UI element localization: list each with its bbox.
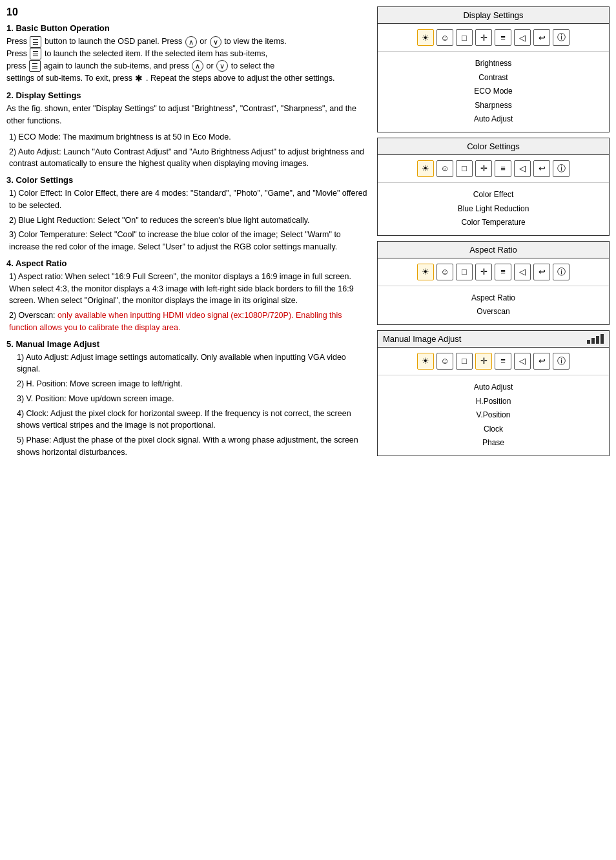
section-4-item-2: 2) Overscan: only available when inputti…	[6, 309, 367, 334]
color-panel-icon-info[interactable]: ⓘ	[553, 160, 570, 177]
aspect-ratio-icons: ☀ ☺ □ ✛ ≡ ◁ ↩ ⓘ	[378, 258, 609, 286]
manual-panel-icon-adjust[interactable]: ✛	[475, 353, 492, 370]
manual-image-adjust-header-text: Manual Image Adjust	[383, 334, 461, 344]
color-panel-icon-person[interactable]: ☺	[436, 160, 453, 177]
manual-panel-icon-square[interactable]: □	[456, 353, 473, 370]
aspect-ratio-menu: Aspect Ratio Overscan	[378, 286, 609, 324]
color-settings-icons: ☀ ☺ □ ✛ ≡ ◁ ↩ ⓘ	[378, 155, 609, 183]
menu-item-phase: Phase	[385, 436, 601, 450]
manual-image-adjust-header-row: Manual Image Adjust	[378, 331, 609, 348]
color-panel-icon-back[interactable]: ↩	[533, 160, 550, 177]
menu-item-eco: ECO Mode	[385, 85, 601, 99]
color-panel-icon-list[interactable]: ≡	[495, 160, 511, 177]
section-3-item-1: 1) Color Effect: In Color Effect, there …	[6, 187, 367, 212]
menu-item-auto-adjust: Auto Adjust	[385, 112, 601, 127]
color-panel-icon-brightness[interactable]: ☀	[417, 160, 434, 177]
section-4-overscan-red: only available when inputting HDMI video…	[9, 311, 342, 332]
menu-item-overscan: Overscan	[385, 305, 601, 319]
aspect-panel-icon-info[interactable]: ⓘ	[553, 264, 570, 280]
section-5-title: 5. Manual Image Adjust	[6, 339, 367, 349]
section-2-item-1: 1) ECO Mode: The maximum brightness is a…	[6, 131, 367, 143]
color-settings-menu: Color Effect Blue Light Reduction Color …	[378, 183, 609, 235]
up-icon-1: ∧	[185, 36, 197, 48]
menu-item-contrast: Contrast	[385, 71, 601, 85]
section-1-title: 1. Basic Button Operation	[6, 23, 367, 33]
section-3-item-3: 3) Color Temperature: Select "Cool" to i…	[6, 229, 367, 253]
section-4: 4. Aspect Ratio 1) Aspect ratio: When se…	[6, 258, 367, 334]
menu-item-aspect-ratio: Aspect Ratio	[385, 291, 601, 306]
menu-item-auto-adjust-2: Auto Adjust	[385, 381, 601, 395]
panel-icon-speaker[interactable]: ◁	[514, 29, 531, 46]
down-icon-1: ∨	[210, 36, 221, 48]
section-5-item-1: 1) Auto Adjust: Adjust image settings au…	[6, 351, 367, 376]
panel-icon-person[interactable]: ☺	[436, 29, 453, 46]
color-panel-icon-speaker[interactable]: ◁	[514, 160, 531, 177]
section-1-para: Press ☰ button to launch the OSD panel. …	[6, 36, 367, 85]
panel-icon-info[interactable]: ⓘ	[553, 29, 570, 46]
manual-panel-icon-info[interactable]: ⓘ	[553, 353, 570, 370]
section-2: 2. Display Settings As the fig. shown, e…	[6, 90, 367, 170]
menu-item-h-position: H.Position	[385, 395, 601, 409]
signal-bar-1	[587, 340, 590, 344]
aspect-panel-icon-person[interactable]: ☺	[436, 264, 453, 280]
section-5-item-4: 4) Clock: Adjust the pixel clock for hor…	[6, 408, 367, 432]
signal-bar-2	[591, 338, 595, 344]
manual-panel-icon-back[interactable]: ↩	[533, 353, 550, 370]
aspect-panel-icon-back[interactable]: ↩	[533, 264, 550, 280]
section-2-intro: As the fig. shown, enter "Display Settin…	[6, 103, 367, 127]
manual-panel-icon-speaker[interactable]: ◁	[514, 353, 531, 370]
aspect-panel-icon-brightness[interactable]: ☀	[417, 264, 434, 280]
section-4-item-1: 1) Aspect ratio: When select "16:9 Full …	[6, 271, 367, 307]
display-settings-header: Display Settings	[378, 7, 609, 24]
color-panel-icon-adjust[interactable]: ✛	[475, 160, 492, 177]
section-2-item-2: 2) Auto Adjust: Launch "Auto Contrast Ad…	[6, 146, 367, 171]
section-5-item-5: 5) Phase: Adjust the phase of the pixel …	[6, 434, 367, 459]
aspect-panel-icon-list[interactable]: ≡	[495, 264, 511, 280]
aspect-panel-icon-adjust[interactable]: ✛	[475, 264, 492, 280]
section-3: 3. Color Settings 1) Color Effect: In Co…	[6, 175, 367, 253]
up-icon-2: ∧	[192, 60, 203, 72]
manual-panel-icon-person[interactable]: ☺	[436, 353, 453, 370]
section-3-item-2: 2) Blue Light Reduction: Select "On" to …	[6, 215, 367, 227]
signal-bars-icon	[587, 334, 604, 344]
gear-icon: ✱	[135, 72, 143, 85]
manual-image-adjust-menu: Auto Adjust H.Position V.Position Clock …	[378, 375, 609, 456]
section-4-title: 4. Aspect Ratio	[6, 258, 367, 268]
page-number: 10	[6, 6, 367, 18]
right-panels: Display Settings ☀ ☺ □ ✛ ≡ ◁ ↩ ⓘ Brightn…	[377, 6, 610, 461]
panel-icon-back[interactable]: ↩	[533, 29, 550, 46]
manual-icons: ☀ ☺ □ ✛ ≡ ◁ ↩ ⓘ	[378, 348, 609, 375]
aspect-ratio-header: Aspect Ratio	[378, 242, 609, 258]
color-panel-icon-square[interactable]: □	[456, 160, 473, 177]
section-5-item-3: 3) V. Position: Move up/down screen imag…	[6, 393, 367, 405]
menu-icon-1: ☰	[30, 36, 41, 48]
panel-icon-brightness[interactable]: ☀	[417, 29, 434, 46]
menu-item-v-position: V.Position	[385, 408, 601, 423]
panel-icon-list[interactable]: ≡	[495, 29, 511, 46]
section-1: 1. Basic Button Operation Press ☰ button…	[6, 23, 367, 85]
display-settings-icons: ☀ ☺ □ ✛ ≡ ◁ ↩ ⓘ	[378, 24, 609, 52]
panel-icon-adjust[interactable]: ✛	[475, 29, 492, 46]
panel-icon-square[interactable]: □	[456, 29, 473, 46]
menu-icon-2: ☰	[30, 48, 41, 59]
display-settings-panel: Display Settings ☀ ☺ □ ✛ ≡ ◁ ↩ ⓘ Brightn…	[377, 6, 610, 132]
manual-panel-icon-brightness[interactable]: ☀	[417, 353, 434, 370]
section-5-item-2: 2) H. Position: Move screen image to lef…	[6, 378, 367, 390]
menu-item-blue-light: Blue Light Reduction	[385, 202, 601, 216]
menu-item-color-temp: Color Temperature	[385, 216, 601, 230]
manual-image-adjust-panel: Manual Image Adjust ☀ ☺ □ ✛ ≡ ◁ ↩ ⓘ Au	[377, 330, 610, 456]
color-settings-header: Color Settings	[378, 138, 609, 155]
menu-item-color-effect: Color Effect	[385, 188, 601, 202]
manual-panel-icon-list[interactable]: ≡	[495, 353, 511, 370]
color-settings-panel: Color Settings ☀ ☺ □ ✛ ≡ ◁ ↩ ⓘ Color Eff…	[377, 138, 610, 236]
display-settings-menu: Brightness Contrast ECO Mode Sharpness A…	[378, 52, 609, 132]
aspect-panel-icon-square[interactable]: □	[456, 264, 473, 280]
menu-item-brightness: Brightness	[385, 57, 601, 71]
down-icon-2: ∨	[216, 60, 228, 72]
menu-icon-3: ☰	[29, 60, 41, 72]
signal-bar-3	[596, 336, 599, 344]
menu-item-sharpness: Sharpness	[385, 99, 601, 113]
left-content: 10 1. Basic Button Operation Press ☰ but…	[6, 6, 371, 461]
section-3-title: 3. Color Settings	[6, 175, 367, 185]
aspect-panel-icon-speaker[interactable]: ◁	[514, 264, 531, 280]
